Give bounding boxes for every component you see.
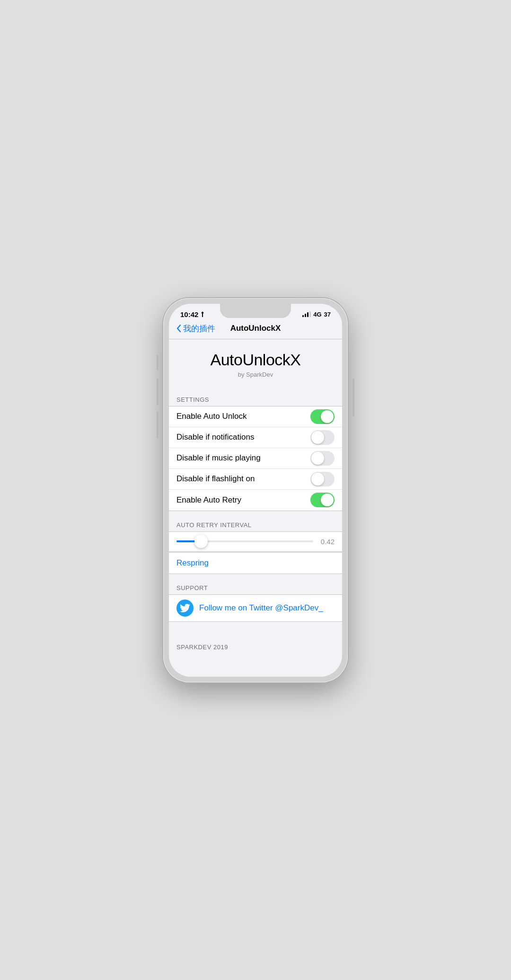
power-button[interactable] [352, 379, 354, 416]
disable-if-notifications-row[interactable]: Disable if notifications [169, 427, 342, 448]
network-type: 4G [313, 311, 321, 318]
settings-section: SETTINGS Enable Auto Unlock Disable if n… [169, 396, 342, 511]
enable-auto-retry-row[interactable]: Enable Auto Retry [169, 490, 342, 511]
footer-section: SPARKDEV 2019 [169, 632, 342, 651]
settings-section-body: Enable Auto Unlock Disable if notificati… [169, 406, 342, 511]
twitter-bird-icon [180, 603, 190, 613]
signal-icon [302, 311, 311, 317]
status-time: 10:42 [180, 310, 205, 318]
slider-track[interactable] [176, 540, 313, 542]
respring-row[interactable]: Respring [169, 552, 342, 574]
bottom-space [169, 651, 342, 665]
disable-if-music-row[interactable]: Disable if music playing [169, 448, 342, 469]
toggle-thumb [311, 473, 324, 486]
app-name: AutoUnlockX [176, 351, 335, 369]
disable-if-notifications-label: Disable if notifications [176, 433, 254, 442]
status-right-icons: 4G 37 [302, 311, 331, 318]
twitter-icon [176, 600, 194, 617]
slider-thumb[interactable] [194, 535, 208, 548]
disable-if-notifications-toggle[interactable] [310, 430, 335, 445]
mute-button[interactable] [157, 355, 159, 370]
enable-auto-unlock-row[interactable]: Enable Auto Unlock [169, 406, 342, 427]
support-section: SUPPORT Follow me on Twitter @SparkDev_ [169, 584, 342, 622]
support-section-header: SUPPORT [169, 584, 342, 594]
app-header: AutoUnlockX by SparkDev [169, 339, 342, 386]
enable-auto-unlock-toggle[interactable] [310, 409, 335, 424]
phone-frame: 10:42 4G 37 [163, 298, 348, 682]
disable-if-flashlight-toggle[interactable] [310, 472, 335, 486]
disable-if-flashlight-row[interactable]: Disable if flashlight on [169, 469, 342, 490]
twitter-follow-label[interactable]: Follow me on Twitter @SparkDev_ [199, 603, 323, 613]
enable-auto-retry-toggle[interactable] [310, 493, 335, 507]
toggle-thumb [311, 431, 324, 444]
auto-retry-section-header: AUTO RETRY INTERVAL [169, 521, 342, 531]
phone-screen: 10:42 4G 37 [169, 304, 342, 677]
settings-section-header: SETTINGS [169, 396, 342, 406]
scroll-content[interactable]: AutoUnlockX by SparkDev SETTINGS Enable … [169, 339, 342, 677]
volume-down-button[interactable] [157, 412, 159, 438]
auto-retry-section: AUTO RETRY INTERVAL 0.42 [169, 521, 342, 552]
respring-section: Respring [169, 552, 342, 574]
disable-if-music-label: Disable if music playing [176, 453, 261, 463]
toggle-thumb [321, 494, 334, 506]
toggle-thumb [321, 410, 334, 423]
footer-text: SPARKDEV 2019 [176, 644, 228, 651]
enable-auto-retry-label: Enable Auto Retry [176, 495, 241, 505]
notch [220, 304, 291, 318]
twitter-row[interactable]: Follow me on Twitter @SparkDev_ [169, 594, 342, 622]
disable-if-flashlight-label: Disable if flashlight on [176, 474, 255, 484]
disable-if-music-toggle[interactable] [310, 451, 335, 466]
slider-container: 0.42 [169, 531, 342, 552]
back-button[interactable]: 我的插件 [176, 323, 219, 334]
app-subtitle: by SparkDev [176, 371, 335, 378]
location-icon [200, 311, 205, 317]
battery-level: 37 [324, 311, 331, 318]
enable-auto-unlock-label: Enable Auto Unlock [176, 412, 247, 421]
respring-label[interactable]: Respring [176, 558, 209, 567]
slider-row: 0.42 [176, 538, 335, 546]
volume-up-button[interactable] [157, 379, 159, 405]
nav-title: AutoUnlockX [219, 324, 292, 333]
slider-value: 0.42 [318, 538, 335, 546]
chevron-left-icon [176, 325, 181, 332]
navigation-bar: 我的插件 AutoUnlockX [169, 320, 342, 339]
toggle-thumb [311, 452, 324, 465]
